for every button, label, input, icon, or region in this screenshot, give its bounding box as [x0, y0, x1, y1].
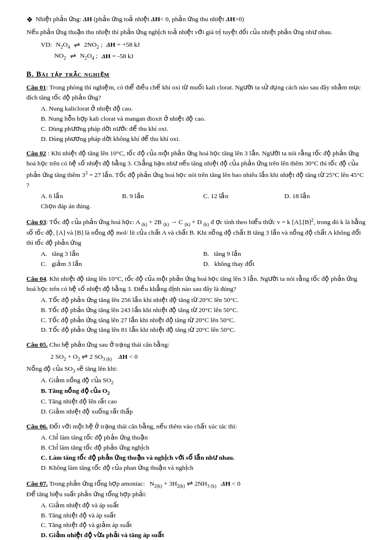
question-03-body: : Tốc độ của phản ứng hoá học: A (k) + 2…	[26, 218, 366, 246]
section-b-title: B. Bài tập trắc nghiệm	[26, 69, 366, 80]
answer-04-D: D. Tốc độ phản ứng tăng lên 81 lần khi n…	[41, 325, 366, 335]
question-03-answer-row: A. tăng 3 lần B. tăng 9 lần C. giảm 3 lầ…	[41, 249, 366, 269]
answer-03-B: B. tăng 9 lần	[203, 249, 366, 259]
reaction2-line: NO2 ⇌ N2O4 ; ΔH = -58 kJ	[54, 50, 366, 62]
question-07-body: Trong phản ứng tổng hợp amoniac:	[48, 480, 145, 487]
vd-label: VD:	[41, 40, 52, 50]
equilibrium-arrow1: ⇌	[74, 39, 80, 50]
answer-04-A: A. Tốc độ phản ứng tăng lên 256 lần khi …	[41, 295, 366, 305]
question-03: Câu 03: Tốc độ của phản ứng hoá học: A (…	[26, 216, 366, 269]
question-01-text: Câu 01: Trong phòng thí nghiệm, có thể đ…	[26, 83, 366, 103]
question-07: Câu 07. Trong phản ứng tổng hợp amoniac:…	[26, 478, 366, 540]
question-02-body: : Khi nhiệt độ tăng lên 10°C, tốc độ của…	[26, 150, 364, 188]
question-04-label: Câu 04	[26, 275, 46, 282]
question-02: Câu 02 : Khi nhiệt độ tăng lên 10°C, tốc…	[26, 149, 366, 211]
bullet-icon: ❖	[26, 14, 33, 25]
question-02-label: Câu 02	[26, 150, 46, 157]
answer-02-D: D. 18 lần	[284, 191, 366, 201]
question-03-answers: A. tăng 3 lần B. tăng 9 lần C. giảm 3 lầ…	[41, 249, 366, 269]
question-04: Câu 04. Khi nhiệt độ tăng lên 10°C, tốc …	[26, 274, 366, 336]
question-02-note: Chọn đáp án đúng.	[41, 201, 366, 212]
question-05-body: Cho hệ phản ứng sau ở trạng thái cân bằn…	[48, 341, 169, 348]
answer-05-A: A. Giảm nồng độ của SO2	[41, 376, 366, 386]
answer-03-A: A. tăng 3 lần	[41, 249, 203, 259]
answer-02-B: B. 9 lần	[122, 191, 203, 201]
question-07-answers: A. Giảm nhiệt độ và áp suất B. Tăng nhiệ…	[41, 501, 366, 540]
header-line1: Nhiệt phản ứng: ΔH (phản ứng toả nhiệt Δ…	[36, 14, 244, 25]
question-01-label: Câu 01	[26, 84, 46, 91]
answer-06-A: A. Chỉ làm tăng tốc độ phản ứng thuận	[41, 433, 366, 443]
question-07-subtext: Để tăng hiệu suất phản ứng tổng hợp phải…	[26, 490, 366, 500]
question-06: Câu 06. Đối với một hệ ở trạng thái cân …	[26, 422, 366, 473]
answer-05-C: C. Tăng nhiệt độ lên rất cao	[41, 397, 366, 407]
answer-06-B: B. Chỉ làm tăng tốc độ phản ứng nghịch	[41, 443, 366, 453]
answer-05-D: D. Giảm nhiệt độ xuống rất thấp	[41, 407, 366, 417]
reaction2-reactant: NO2	[54, 51, 66, 62]
header-bullet-line: ❖ Nhiệt phản ứng: ΔH (phản ứng toả nhiệt…	[26, 14, 366, 25]
question-06-label: Câu 06.	[26, 423, 48, 430]
question-03-text: Câu 03: Tốc độ của phản ứng hoá học: A (…	[26, 216, 366, 248]
header-line2: Nếu phản ứng thuận thu nhiệt thì phản ứn…	[26, 27, 366, 38]
answer-04-B: B. Tốc độ phản ứng tăng lên 243 lần khi …	[41, 305, 366, 315]
reaction1-dh: ΔH = +58 kJ	[106, 40, 140, 50]
answer-03-D: D. không thay đổi	[203, 259, 366, 269]
question-05-reaction: 2 SO2 + O2 ⇌ 2 SO3 (k) ΔH < 0	[50, 351, 366, 363]
question-04-text: Câu 04. Khi nhiệt độ tăng lên 10°C, tốc …	[26, 274, 366, 294]
question-03-label: Câu 03	[26, 218, 46, 226]
answer-04-C: C. Tốc độ phản ứng tăng lên 27 lần khi n…	[41, 315, 366, 326]
answer-01-C: C. Dùng phương pháp dời nước để thu khí …	[41, 124, 366, 134]
question-01-body: : Trong phòng thí nghiệm, có thể điều ch…	[26, 84, 361, 101]
question-04-body: . Khi nhiệt độ tăng lên 10°C, tốc độ của…	[26, 275, 357, 292]
answer-06-D: D. Không làm tăng tốc độ của phan ứng th…	[41, 463, 366, 473]
answer-07-C: C. Tăng nhiệt độ và giảm áp suất	[41, 520, 366, 530]
reaction1-reactant: N2O4	[56, 40, 70, 50]
question-02-answers: A. 6 lần B. 9 lần C. 12 lần D. 18 lần	[41, 191, 366, 201]
answer-07-D: D. Giảm nhiệt độ vừa phải và tăng áp suấ…	[41, 530, 366, 540]
question-04-answers: A. Tốc độ phản ứng tăng lên 256 lần khi …	[41, 295, 366, 336]
question-02-answer-row: A. 6 lần B. 9 lần C. 12 lần D. 18 lần	[41, 191, 366, 201]
question-01-answers: A. Nung kaliclorat ở nhiệt độ cao. B. Nu…	[41, 104, 366, 144]
answer-01-D: D. Dùng phương pháp dời không khí để thu…	[41, 134, 366, 144]
reaction2-product: N2O4 ;	[80, 51, 98, 62]
page: ❖ Nhiệt phản ứng: ΔH (phản ứng toả nhiệt…	[26, 14, 366, 540]
question-06-text: Câu 06. Đối với một hệ ở trạng thái cân …	[26, 422, 366, 432]
reaction1-product: 2NO2 ;	[84, 40, 102, 50]
vd-section: VD: N2O4 ⇌ 2NO2 ; ΔH = +58 kJ NO2 ⇌ N2O4…	[41, 39, 366, 62]
question-02-text: Câu 02 : Khi nhiệt độ tăng lên 10°C, tốc…	[26, 149, 366, 190]
question-07-reaction: N2(k) + 3H2(k) ⇌ 2NH3 (k) ΔH < 0	[149, 480, 240, 487]
reaction1-line: VD: N2O4 ⇌ 2NO2 ; ΔH = +58 kJ	[41, 39, 366, 50]
answer-01-B: B. Nung hỗn hợp kali clorat và mangan đi…	[41, 114, 366, 124]
answer-07-A: A. Giảm nhiệt độ và áp suất	[41, 501, 366, 511]
answer-01-A: A. Nung kaliclorat ở nhiệt độ cao.	[41, 104, 366, 114]
question-06-body: Đối với một hệ ở trạng thái cân bằng, nế…	[48, 423, 237, 430]
answer-05-B: B. Tăng nồng độ của O2	[41, 386, 366, 397]
answer-06-C: C. Làm tăng tốc độ phản ứng thuận và ngh…	[41, 453, 366, 463]
answer-07-B: B. Tăng nhiệt độ và áp suất	[41, 511, 366, 521]
equilibrium-arrow2: ⇌	[70, 50, 76, 62]
answer-02-A: A. 6 lần	[41, 191, 122, 201]
reaction2-dh: ΔH = -58 kJ	[101, 51, 134, 62]
question-05-subtext: Nồng độ của SO3 sẽ tăng lên khi:	[26, 364, 366, 375]
question-05: Câu 05. Cho hệ phản ứng sau ở trạng thái…	[26, 340, 366, 417]
answer-02-C: C. 12 lần	[203, 191, 284, 201]
question-01: Câu 01: Trong phòng thí nghiệm, có thể đ…	[26, 83, 366, 144]
question-05-text: Câu 05. Cho hệ phản ứng sau ở trạng thái…	[26, 340, 366, 350]
question-06-answers: A. Chỉ làm tăng tốc độ phản ứng thuận B.…	[41, 433, 366, 473]
answer-03-C: C. giảm 3 lần	[41, 259, 203, 269]
question-05-answers: A. Giảm nồng độ của SO2 B. Tăng nồng độ …	[41, 376, 366, 417]
question-07-text: Câu 07. Trong phản ứng tổng hợp amoniac:…	[26, 478, 366, 490]
question-05-label: Câu 05.	[26, 341, 48, 348]
question-07-label: Câu 07.	[26, 480, 48, 487]
